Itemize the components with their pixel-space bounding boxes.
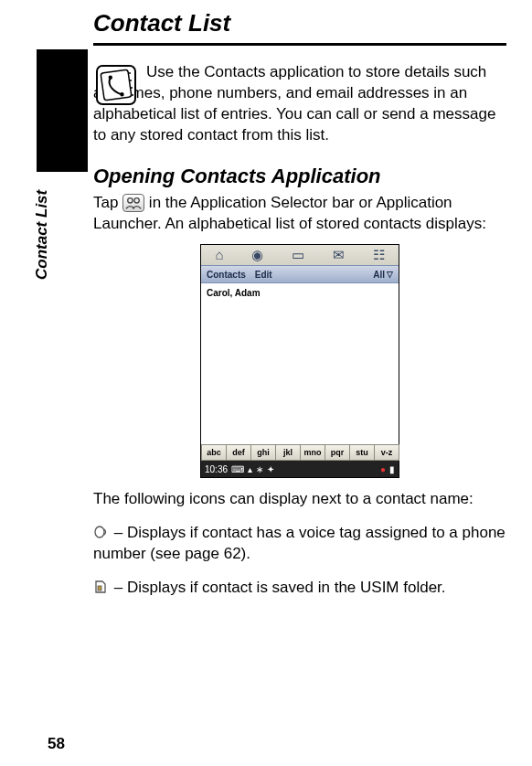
signal-icon: ▴ xyxy=(248,463,252,476)
device-contact-area: Carol, Adam xyxy=(201,283,399,444)
usim-desc: – Displays if contact is saved in the US… xyxy=(110,579,446,596)
home-icon: ⌂ xyxy=(215,246,223,264)
contacts-app-icon xyxy=(122,194,144,212)
device-screenshot: ⌂ ◉ ▭ ✉ ☷ Contacts Edit All ▽ Carol, Ada… xyxy=(200,244,399,478)
sparkle-icon: ✦ xyxy=(267,463,274,476)
svg-rect-11 xyxy=(98,586,101,590)
bluetooth-icon: ∗ xyxy=(256,463,263,476)
index-tab: v-z xyxy=(374,444,399,461)
device-menu-bar: Contacts Edit All ▽ xyxy=(201,265,399,283)
chevron-down-icon: ▽ xyxy=(387,269,393,280)
device-index-bar: abc def ghi jkl mno pqr stu v-z xyxy=(201,444,399,461)
section-title: Opening Contacts Application xyxy=(93,163,506,190)
contact-row: Carol, Adam xyxy=(207,287,393,300)
voice-tag-line: – Displays if contact has a voice tag as… xyxy=(93,523,506,565)
globe-icon: ◉ xyxy=(251,246,263,264)
battery-icon: ▮ xyxy=(389,463,395,476)
svg-point-10 xyxy=(95,527,104,537)
index-tab: jkl xyxy=(275,444,301,461)
tap-post-text: in the Application Selector bar or Appli… xyxy=(93,194,486,232)
doc-icon: ▭ xyxy=(292,246,304,264)
phonebook-icon xyxy=(95,64,137,106)
svg-point-8 xyxy=(128,198,133,203)
voice-tag-desc: – Displays if contact has a voice tag as… xyxy=(93,524,505,562)
index-tab: stu xyxy=(349,444,375,461)
chapter-title: Contact List xyxy=(93,9,506,37)
index-tab: pqr xyxy=(325,444,350,461)
voice-tag-icon xyxy=(93,525,108,539)
side-black-band xyxy=(37,49,88,172)
record-icon: ● xyxy=(380,463,386,476)
page-number: 58 xyxy=(48,735,65,753)
usim-icon xyxy=(93,580,108,594)
following-text: The following icons can display next to … xyxy=(93,489,506,510)
intro-paragraph: Use the Contacts application to store de… xyxy=(93,62,506,146)
usim-line: – Displays if contact is saved in the US… xyxy=(93,578,506,599)
index-tab: def xyxy=(226,444,251,461)
keyboard-icon: ⌨ xyxy=(231,463,244,476)
tap-paragraph: Tap in the Application Selector bar or A… xyxy=(93,193,506,235)
mail-icon: ✉ xyxy=(333,246,345,264)
menu-contacts: Contacts xyxy=(207,269,246,282)
device-top-bar: ⌂ ◉ ▭ ✉ ☷ xyxy=(201,245,399,265)
title-rule xyxy=(93,43,506,46)
index-tab: abc xyxy=(201,444,227,461)
index-tab: ghi xyxy=(250,444,276,461)
index-tab: mno xyxy=(300,444,325,461)
menu-all: All xyxy=(373,269,385,282)
menu-edit: Edit xyxy=(255,269,272,282)
tap-pre-text: Tap xyxy=(93,194,122,211)
contacts-icon: ☷ xyxy=(373,246,385,264)
svg-point-9 xyxy=(134,198,139,203)
device-status-bar: 10:36 ⌨ ▴ ∗ ✦ ● ▮ xyxy=(201,461,399,477)
status-time: 10:36 xyxy=(205,463,228,476)
side-label: Contact List xyxy=(33,190,51,280)
